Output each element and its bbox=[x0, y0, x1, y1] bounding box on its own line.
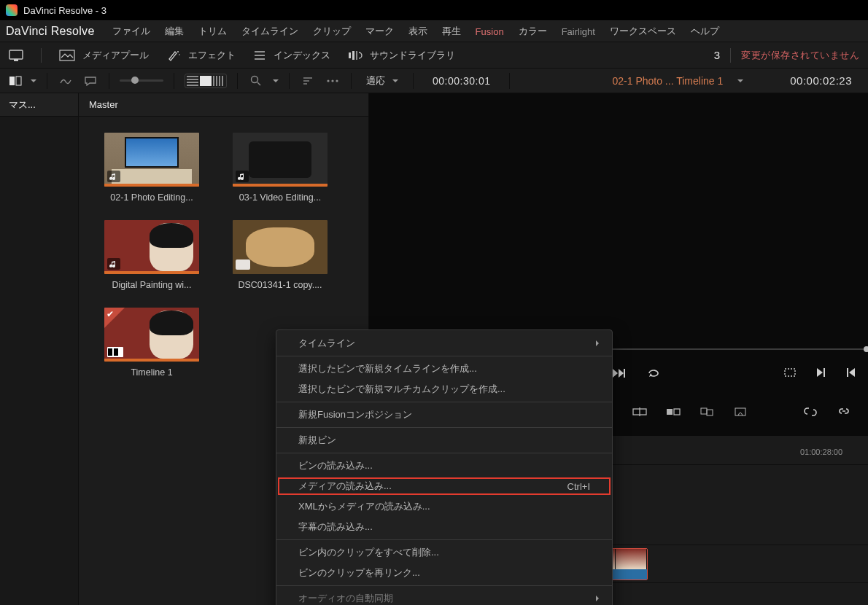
used-badge: ✔ bbox=[104, 308, 125, 328]
app-logo bbox=[6, 4, 18, 16]
thumbnail-zoom-slider[interactable] bbox=[120, 79, 163, 82]
ctx-relink-clips[interactable]: ビンのクリップを再リンク... bbox=[276, 563, 612, 583]
layout-split-icon[interactable] bbox=[7, 73, 23, 89]
view-mode-toggle[interactable] bbox=[185, 74, 227, 88]
replace-icon[interactable] bbox=[697, 402, 716, 421]
svg-point-4 bbox=[179, 54, 180, 55]
menu-playback[interactable]: 再生 bbox=[442, 25, 461, 38]
go-start-icon[interactable] bbox=[843, 364, 859, 380]
ctx-import-xml-media[interactable]: XMLからメディアの読み込み... bbox=[276, 496, 612, 517]
tab-index[interactable]: インデックス bbox=[253, 49, 330, 62]
clip-item-timeline[interactable]: ✔ Timeline 1 bbox=[101, 308, 203, 378]
tab-sound-library-label: サウンドライブラリ bbox=[370, 49, 455, 62]
timeline-icon bbox=[107, 347, 123, 357]
svg-rect-10 bbox=[9, 77, 15, 85]
go-end-icon[interactable] bbox=[813, 364, 829, 380]
sort-icon[interactable] bbox=[300, 73, 316, 89]
clip-item[interactable]: Digital Painting wi... bbox=[101, 220, 203, 290]
workspace-bar: メディアプール エフェクト インデックス サウンドライブラリ 3 変更が保存され… bbox=[0, 42, 868, 69]
search-icon[interactable] bbox=[248, 73, 264, 89]
menu-view[interactable]: 表示 bbox=[408, 25, 427, 38]
svg-marker-29 bbox=[849, 368, 855, 377]
menu-trim[interactable]: トリム bbox=[198, 25, 227, 38]
link-icon[interactable] bbox=[834, 402, 853, 421]
menu-workspace[interactable]: ワークスペース bbox=[610, 25, 676, 38]
svg-rect-0 bbox=[9, 50, 23, 59]
window-title: DaVinci Resolve - 3 bbox=[23, 5, 106, 16]
source-timecode: 00:00:30:01 bbox=[424, 75, 499, 87]
more-icon[interactable] bbox=[325, 73, 341, 89]
divider bbox=[41, 48, 42, 63]
clip-item[interactable]: 03-1 Video Editing... bbox=[229, 133, 331, 203]
bin-sidebar: マス... bbox=[0, 93, 79, 605]
ctx-auto-sync-audio[interactable]: オーディオの自動同期 bbox=[276, 588, 612, 605]
svg-rect-8 bbox=[349, 52, 351, 58]
clip-item[interactable]: DSC01341-1 copy.... bbox=[229, 220, 331, 290]
menu-help[interactable]: ヘルプ bbox=[691, 25, 719, 38]
svg-point-18 bbox=[331, 79, 333, 82]
fit-select[interactable]: 適応 bbox=[362, 74, 403, 87]
ctx-new-bin[interactable]: 新規ビン bbox=[276, 430, 612, 450]
clip-thumbnail[interactable] bbox=[104, 220, 199, 274]
clip-label: Timeline 1 bbox=[101, 367, 203, 378]
svg-point-17 bbox=[327, 79, 329, 82]
menu-edit[interactable]: 編集 bbox=[165, 25, 184, 38]
unsaved-warning: 変更が保存されていません bbox=[741, 49, 859, 62]
clip-label: DSC01341-1 copy.... bbox=[229, 280, 331, 290]
svg-point-19 bbox=[336, 79, 338, 82]
tab-effects[interactable]: エフェクト bbox=[166, 49, 236, 62]
clip-thumbnail[interactable]: ✔ bbox=[104, 308, 199, 362]
svg-point-3 bbox=[177, 51, 179, 52]
menu-color[interactable]: カラー bbox=[519, 25, 547, 38]
svg-rect-1 bbox=[14, 59, 18, 61]
search-dropdown-icon[interactable] bbox=[273, 79, 279, 85]
tab-index-label: インデックス bbox=[274, 49, 330, 62]
divider bbox=[730, 48, 731, 63]
fit-to-fill-icon[interactable] bbox=[731, 402, 750, 421]
svg-rect-32 bbox=[667, 409, 673, 415]
ctx-timeline-submenu[interactable]: タイムライン bbox=[276, 333, 612, 354]
unlink-icon[interactable] bbox=[801, 402, 820, 421]
ctx-delete-all-clips[interactable]: ビン内のクリップをすべて削除... bbox=[276, 542, 612, 563]
svg-rect-25 bbox=[785, 369, 795, 376]
menu-fairlight[interactable]: Fairlight bbox=[562, 26, 595, 37]
ctx-new-timeline-from-bin[interactable]: 選択したビンで新規タイムラインを作成... bbox=[276, 359, 612, 379]
menu-timeline[interactable]: タイムライン bbox=[241, 25, 298, 38]
insert-icon[interactable] bbox=[630, 402, 649, 421]
menu-file[interactable]: ファイル bbox=[112, 25, 150, 38]
loop-icon[interactable] bbox=[645, 364, 662, 382]
timeline-dropdown-icon[interactable] bbox=[737, 79, 743, 85]
bin-master-tab[interactable]: マス... bbox=[0, 93, 78, 117]
clip-thumbnail[interactable] bbox=[104, 133, 199, 187]
layout-presets-icon[interactable] bbox=[9, 50, 23, 61]
svg-rect-11 bbox=[16, 77, 21, 85]
title-bar: DaVinci Resolve - 3 bbox=[0, 0, 868, 20]
svg-rect-23 bbox=[624, 369, 625, 378]
menu-mark[interactable]: マーク bbox=[365, 25, 394, 38]
menu-clip[interactable]: クリップ bbox=[313, 25, 351, 38]
menu-fusion[interactable]: Fusion bbox=[476, 26, 504, 37]
svg-rect-34 bbox=[701, 408, 707, 414]
match-frame-icon[interactable] bbox=[782, 364, 798, 380]
layout-dropdown-icon[interactable] bbox=[31, 79, 36, 85]
clip-thumbnail[interactable] bbox=[233, 220, 328, 274]
graph-icon[interactable] bbox=[58, 73, 74, 89]
tab-media-pool[interactable]: メディアプール bbox=[59, 49, 149, 62]
clip-thumbnail[interactable] bbox=[233, 133, 328, 187]
ctx-import-bin[interactable]: ビンの読み込み... bbox=[276, 456, 612, 476]
clip-item[interactable]: 02-1 Photo Editing... bbox=[101, 133, 203, 203]
svg-rect-35 bbox=[707, 410, 713, 415]
tab-sound-library[interactable]: サウンドライブラリ bbox=[348, 49, 455, 62]
record-timecode: 00:00:02:23 bbox=[781, 74, 861, 87]
pool-breadcrumb[interactable]: Master bbox=[79, 93, 368, 117]
clip-label: 03-1 Video Editing... bbox=[229, 192, 331, 203]
ctx-import-subtitles[interactable]: 字幕の読み込み... bbox=[276, 517, 612, 537]
svg-rect-9 bbox=[352, 51, 354, 60]
overwrite-icon[interactable] bbox=[664, 402, 683, 421]
ctx-new-fusion-comp[interactable]: 新規Fusionコンポジション bbox=[276, 405, 612, 425]
comment-icon[interactable] bbox=[82, 73, 98, 89]
ctx-import-media[interactable]: メディアの読み込み...Ctrl+I bbox=[276, 476, 612, 496]
scrub-knob[interactable] bbox=[864, 346, 868, 352]
ctx-new-multicam-from-bin[interactable]: 選択したビンで新規マルチカムクリップを作成... bbox=[276, 379, 612, 399]
active-timeline-name[interactable]: 02-1 Photo ... Timeline 1 bbox=[606, 75, 729, 87]
